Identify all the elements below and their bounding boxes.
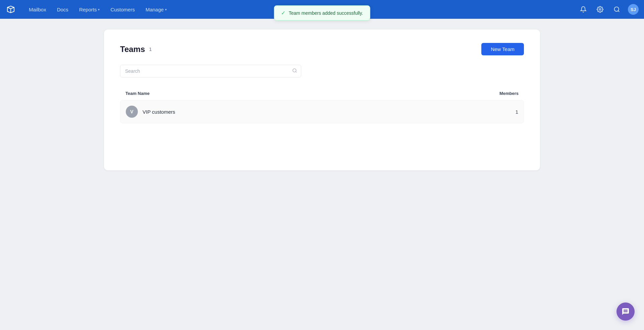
table-header: Team Name Members (120, 88, 524, 99)
new-team-button[interactable]: New Team (481, 43, 524, 55)
col-team-name: Team Name (125, 91, 465, 96)
nav-customers[interactable]: Customers (106, 5, 140, 14)
chat-button[interactable] (616, 302, 635, 321)
check-icon: ✓ (281, 10, 285, 16)
table-body: V VIP customers 1 (120, 100, 524, 123)
svg-point-1 (599, 9, 601, 10)
nav-reports[interactable]: Reports ▾ (74, 5, 105, 14)
teams-header: Teams 1 New Team (120, 43, 524, 55)
toast-message: Team members added successfully. (289, 10, 363, 16)
nav-logo[interactable] (5, 4, 16, 15)
team-avatar: V (126, 106, 138, 118)
nav-docs[interactable]: Docs (52, 5, 73, 14)
nav-manage[interactable]: Manage ▾ (141, 5, 171, 14)
search-container (120, 65, 301, 77)
page-title: Teams (120, 45, 145, 54)
team-name: VIP customers (143, 109, 175, 115)
success-toast: ✓ Team members added successfully. (274, 5, 370, 20)
team-cell: V VIP customers (126, 106, 465, 118)
col-members: Members (465, 91, 519, 96)
teams-card: Teams 1 New Team Team Name Members V VIP (104, 30, 540, 170)
members-count: 1 (465, 109, 518, 115)
svg-point-2 (614, 7, 619, 11)
search-button[interactable] (611, 4, 623, 15)
teams-count: 1 (149, 46, 152, 52)
search-input[interactable] (120, 65, 301, 77)
nav-mailbox[interactable]: Mailbox (24, 5, 51, 14)
reports-chevron-icon: ▾ (98, 8, 100, 11)
nav-right: SJ (578, 4, 639, 15)
settings-button[interactable] (594, 4, 606, 15)
notifications-button[interactable] (578, 4, 589, 15)
manage-chevron-icon: ▾ (165, 8, 167, 11)
svg-line-3 (618, 11, 620, 12)
table-row[interactable]: V VIP customers 1 (120, 100, 524, 123)
teams-title-row: Teams 1 (120, 45, 152, 54)
main-content: Teams 1 New Team Team Name Members V VIP (0, 19, 644, 181)
avatar[interactable]: SJ (628, 4, 639, 15)
